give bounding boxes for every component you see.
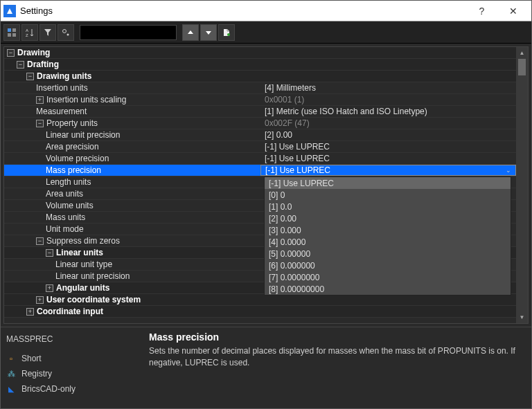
svg-text:A: A [26,28,28,33]
dropdown-option[interactable]: [4] 0.0000 [265,236,511,248]
collapse-icon[interactable]: − [36,237,44,245]
export-icon[interactable] [218,24,235,41]
toolbar: AZ [1,21,531,44]
registry-icon: ⁂ [6,369,16,379]
scroll-thumb[interactable] [518,59,526,75]
tree-row-area-prec[interactable]: Area precision [-1] Use LUPREC [4,141,516,153]
svg-rect-3 [12,33,16,37]
search-input[interactable] [80,25,177,40]
dropdown-option[interactable]: [8] 0.00000000 [265,283,511,295]
flag-short: ▫ Short [6,354,138,363]
svg-point-6 [63,29,66,33]
expand-icon[interactable]: + [26,308,34,316]
tree-row-coord-input[interactable]: +Coordinate input [4,306,516,318]
tree-wrap: −Drawing −Drafting −Drawing units Insert… [3,46,529,324]
tree-row-property-units[interactable]: −Property units 0x002F (47) [4,118,516,129]
description-title: Mass precision [149,331,526,343]
close-button[interactable]: ✕ [497,1,529,21]
svg-text:Z: Z [26,33,28,37]
dropdown-option[interactable]: [7] 0.0000000 [265,271,511,283]
expand-icon[interactable]: + [46,284,53,292]
tree-row-insertion-units[interactable]: Insertion units [4] Millimeters [4,82,516,94]
tree-row-mass-prec[interactable]: Mass precision [-1] Use LUPREC⌄ [4,165,516,176]
scroll-down-icon[interactable]: ▼ [516,311,528,323]
scroll-track[interactable] [516,75,528,311]
settings-window: Settings ? ✕ AZ −Drawin [0,0,532,409]
flag-bricscad: ◣ BricsCAD-only [6,384,138,394]
tree-row-linear-prec[interactable]: Linear unit precision [2] 0.00 [4,129,516,141]
svg-rect-1 [12,28,16,32]
expand-icon[interactable]: + [36,296,44,304]
expand-icon[interactable]: + [36,96,44,104]
down-arrow-icon[interactable] [200,24,217,41]
alphabetical-icon[interactable]: AZ [21,24,38,41]
chevron-down-icon[interactable]: ⌄ [506,167,511,174]
dropdown-option[interactable]: [-1] Use LUPREC [265,177,511,189]
flag-registry: ⁂ Registry [6,369,138,379]
dropdown-option[interactable]: [6] 0.000000 [265,260,511,271]
tree-row-ucs[interactable]: +User coordinate system [4,294,516,306]
bricscad-icon: ◣ [6,384,16,394]
description-text: Mass precision Sets the number of decima… [149,331,526,404]
description-body: Sets the number of decimal places displa… [149,345,526,369]
collapse-icon[interactable]: − [26,73,34,80]
dropdown-option[interactable]: [3] 0.000 [265,224,511,236]
categorized-icon[interactable] [3,24,20,41]
description-panel: MASSPREC ▫ Short ⁂ Registry ◣ BricsCAD-o… [1,327,531,408]
dropdown-option[interactable]: [5] 0.00000 [265,248,511,260]
scroll-up-icon[interactable]: ▲ [516,47,528,59]
filter-icon[interactable] [39,24,56,41]
tree-row-measurement[interactable]: Measurement [1] Metric (use ISO Hatch an… [4,106,516,118]
window-title: Settings [20,6,466,16]
tree-row-drawing[interactable]: −Drawing [4,47,516,59]
dropdown-option[interactable]: [0] 0 [265,189,511,201]
tree-row-insertion-scaling[interactable]: +Insertion units scaling 0x0001 (1) [4,94,516,106]
vertical-scrollbar[interactable]: ▲ ▼ [516,47,528,323]
dropdown-option[interactable]: [2] 0.00 [265,212,511,224]
svg-point-8 [227,33,230,36]
svg-point-7 [67,33,69,35]
settings-icon[interactable] [57,24,74,41]
up-arrow-icon[interactable] [182,24,199,41]
svg-rect-0 [8,28,11,32]
dropdown-option[interactable]: [1] 0.0 [265,201,511,212]
app-icon [3,5,16,17]
mass-prec-dropdown[interactable]: [-1] Use LUPREC [0] 0 [1] 0.0 [2] 0.00 [… [264,176,511,296]
collapse-icon[interactable]: − [17,61,24,69]
tree-row-volume-prec[interactable]: Volume precision [-1] Use LUPREC [4,153,516,165]
help-button[interactable]: ? [466,1,497,21]
collapse-icon[interactable]: − [46,249,53,257]
content: −Drawing −Drafting −Drawing units Insert… [1,44,531,408]
short-icon: ▫ [6,354,16,363]
collapse-icon[interactable]: − [36,120,44,127]
tree-row-drafting[interactable]: −Drafting [4,59,516,71]
tree-row-drawing-units[interactable]: −Drawing units [4,71,516,82]
sysvar-flags: MASSPREC ▫ Short ⁂ Registry ◣ BricsCAD-o… [6,331,138,404]
sysvar-name: MASSPREC [6,334,138,344]
svg-rect-2 [8,33,11,37]
titlebar: Settings ? ✕ [1,1,531,21]
collapse-icon[interactable]: − [7,49,15,57]
